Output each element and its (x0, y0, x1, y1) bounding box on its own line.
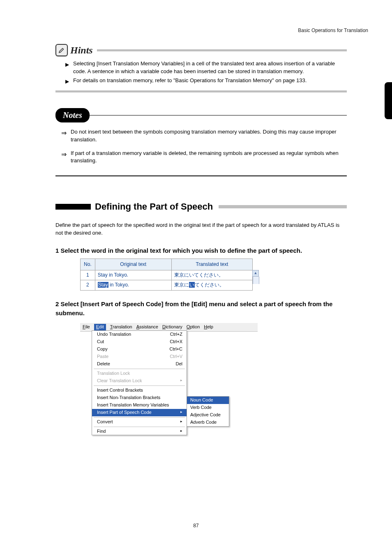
notes-block: Notes ⇒ Do not insert text between the s… (55, 108, 347, 176)
menu-dictionary[interactable]: DictionaryDictionary (162, 324, 182, 330)
arrow-right-icon: ⇒ (61, 128, 67, 138)
table-row[interactable]: 2 Stay in Tokyo. 東京にいてください。 (81, 280, 253, 290)
notes-footer-rule (55, 175, 347, 176)
menu-separator (94, 417, 185, 418)
menu-translation-lock: Translation Lock (92, 370, 187, 377)
triangle-bullet-icon: ▶ (65, 78, 69, 85)
menu-separator (94, 385, 185, 386)
notes-item-text: If part of a translation memory variable… (71, 150, 347, 165)
menu-file[interactable]: FFileile (83, 324, 90, 330)
part-of-speech-submenu[interactable]: Noun Code Verb Code Adjective Code Adver… (187, 396, 229, 427)
step-heading: 1 Select the word in the original text f… (55, 246, 347, 255)
edit-dropdown[interactable]: Undo TranslationCtrl+Z CutCtrl+X CopyCtr… (92, 330, 187, 435)
menu-insert-part-of-speech-code[interactable]: Insert Part of Speech Code▸ (92, 409, 187, 416)
hints-item-text: Selecting [Insert Translation Memory Var… (73, 60, 347, 76)
triangle-bullet-icon: ▶ (65, 61, 69, 68)
cell-text-post: てください。 (195, 282, 224, 288)
menu-convert[interactable]: Convert▸ (92, 418, 187, 426)
notes-item: ⇒ If part of a translation memory variab… (61, 150, 347, 165)
chevron-right-icon: ▸ (180, 419, 182, 425)
translation-table: No. Original text Translated text 1 Stay… (80, 259, 347, 291)
row-number: 1 (81, 270, 95, 280)
chevron-right-icon: ▸ (180, 409, 182, 416)
menu-clear-translation-lock: Clear Translation Lock▸ (92, 377, 187, 385)
section-intro: Define the part of speech for the specif… (55, 222, 347, 237)
row-number: 2 (81, 280, 95, 290)
scrollbar[interactable]: ▲ (253, 270, 259, 284)
notes-header-rule (89, 115, 347, 115)
pen-icon (55, 44, 68, 56)
translated-cell[interactable]: 東京にいてください。 (171, 280, 252, 290)
menu-separator (94, 427, 185, 427)
section-badge (55, 204, 91, 210)
menu-option[interactable]: OptionOption (187, 324, 200, 330)
menu-translation[interactable]: TranslationTranslation (110, 324, 132, 330)
menu-copy[interactable]: CopyCtrl+C (92, 346, 187, 353)
page-footer: 87 (0, 522, 392, 529)
menu-separator (94, 369, 185, 369)
cell-text-post: in Tokyo. (108, 282, 129, 288)
submenu-verb-code[interactable]: Verb Code (187, 404, 229, 411)
scroll-up-button[interactable]: ▲ (252, 270, 259, 277)
notes-item-text: Do not insert text between the symbols c… (71, 128, 347, 144)
selected-word[interactable]: Stay (98, 282, 108, 288)
submenu-adverb-code[interactable]: Adverb Code (187, 419, 229, 426)
hints-block: Hints ▶ Selecting [Insert Translation Me… (55, 43, 347, 92)
menu-screenshot: FFileile EditEdit TranslationTranslation… (80, 323, 258, 332)
chevron-right-icon: ▸ (180, 428, 182, 435)
step-heading: 2 Select [Insert Part of Speech Code] fr… (55, 300, 347, 318)
notes-title: Notes (55, 108, 90, 122)
highlighted-text: い (189, 282, 195, 288)
hints-item: ▶ Selecting [Insert Translation Memory V… (65, 60, 347, 76)
section-header-rule (219, 205, 347, 208)
section-title: Defining the Part of Speech (95, 200, 213, 213)
section-side-tab (385, 82, 392, 119)
arrow-right-icon: ⇒ (61, 150, 67, 159)
menu-delete[interactable]: DeleteDel (92, 360, 187, 368)
menu-insert-non-translation-brackets[interactable]: Insert Non-Translation Brackets (92, 394, 187, 402)
menu-edit[interactable]: EditEdit (94, 324, 106, 330)
menu-undo-translation[interactable]: Undo TranslationCtrl+Z (92, 331, 187, 338)
col-original: Original text (95, 259, 171, 270)
hints-footer-rule (55, 90, 347, 92)
hints-title: Hints (70, 43, 93, 58)
hints-item-text: For details on translation memory, refer… (73, 77, 347, 85)
menu-assistance[interactable]: AssistanceAssistance (136, 324, 158, 330)
chevron-right-icon: ▸ (180, 378, 182, 384)
menu-cut[interactable]: CutCtrl+X (92, 338, 187, 346)
hints-header-rule (97, 49, 347, 51)
cell-text-pre: 東京に (174, 282, 189, 288)
menu-help[interactable]: HelpHelp (204, 324, 213, 330)
table-row[interactable]: 1 Stay in Tokyo. 東京にいてください。 (81, 270, 253, 280)
col-no: No. (81, 259, 95, 270)
section-header: Defining the Part of Speech (55, 200, 347, 213)
table-header-row: No. Original text Translated text (81, 259, 253, 270)
translated-cell[interactable]: 東京にいてください。 (171, 270, 252, 280)
submenu-adjective-code[interactable]: Adjective Code (187, 411, 229, 419)
original-cell[interactable]: Stay in Tokyo. (95, 270, 171, 280)
submenu-noun-code[interactable]: Noun Code (187, 397, 229, 404)
menu-insert-control-brackets[interactable]: Insert Control Brackets (92, 387, 187, 394)
scroll-track[interactable] (253, 277, 259, 284)
menu-insert-translation-memory-variables[interactable]: Insert Translation Memory Variables (92, 402, 187, 409)
page-header: Basic Operations for Translation (298, 27, 368, 34)
menu-find[interactable]: Find▸ (92, 428, 187, 435)
original-cell[interactable]: Stay in Tokyo. (95, 280, 171, 290)
col-translated: Translated text (171, 259, 252, 270)
hints-item: ▶ For details on translation memory, ref… (65, 77, 347, 85)
menu-paste: PasteCtrl+V (92, 353, 187, 360)
notes-item: ⇒ Do not insert text between the symbols… (61, 128, 347, 144)
